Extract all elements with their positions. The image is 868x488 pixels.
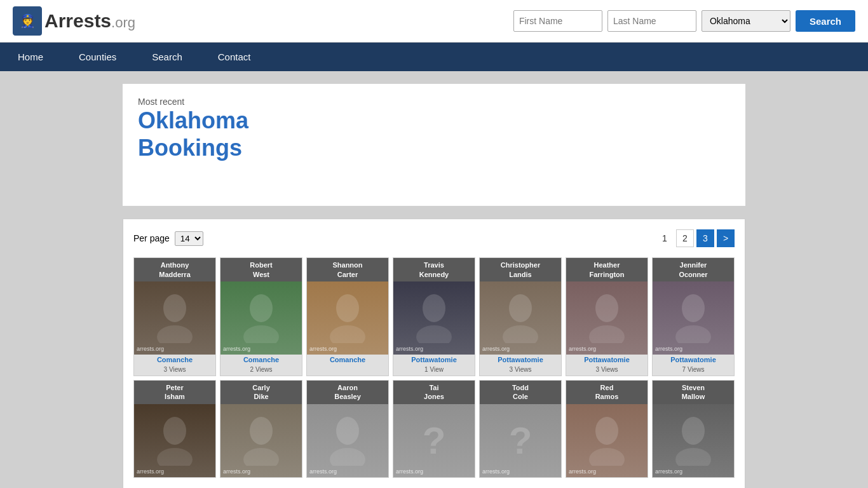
unknown-silhouette-icon: ? bbox=[509, 419, 532, 463]
mugshot-name-top: Red Ramos bbox=[566, 381, 648, 404]
mugshot-card[interactable]: Anthony Madderra arrests.orgComanche3 Vi… bbox=[133, 257, 216, 376]
mugshot-card[interactable]: Carly Dike arrests.org bbox=[220, 380, 302, 478]
mugshot-card[interactable]: Peter Isham arrests.org bbox=[133, 380, 216, 478]
mugshot-name-top: Tai Jones bbox=[393, 381, 475, 404]
nav-search[interactable]: Search bbox=[134, 43, 200, 71]
mugshot-card[interactable]: Travis Kennedy arrests.orgPottawatomie1 … bbox=[393, 257, 475, 376]
mugshot-card[interactable]: Robert West arrests.orgComanche2 Views bbox=[220, 257, 302, 376]
mugshots-grid: Anthony Madderra arrests.orgComanche3 Vi… bbox=[133, 257, 735, 477]
svg-point-14 bbox=[163, 417, 186, 445]
mugshot-county[interactable]: Pottawatomie bbox=[496, 355, 545, 365]
page-next-link[interactable]: > bbox=[717, 229, 735, 247]
watermark-text: arrests.org bbox=[396, 468, 423, 475]
mugshot-card[interactable]: Shannon Carter arrests.orgComanche bbox=[306, 257, 389, 376]
mugshot-county[interactable]: Comanche bbox=[242, 355, 280, 365]
svg-point-15 bbox=[157, 448, 193, 466]
watermark-text: arrests.org bbox=[396, 346, 423, 352]
mugshot-name-top: Peter Isham bbox=[134, 381, 215, 404]
nav-home[interactable]: Home bbox=[0, 43, 61, 71]
mugshot-name-top: Christopher Landis bbox=[480, 258, 561, 281]
unknown-silhouette-icon: ? bbox=[423, 419, 446, 463]
pagination: 1 2 3 > bbox=[656, 229, 735, 247]
svg-point-17 bbox=[243, 448, 279, 466]
mugshot-card[interactable]: Aaron Beasley arrests.org bbox=[306, 380, 389, 478]
per-page-select[interactable]: 14 28 bbox=[175, 231, 203, 246]
mugshot-card[interactable]: Jennifer Oconner arrests.orgPottawatomie… bbox=[652, 257, 735, 376]
mugshot-card[interactable]: Steven Mallow arrests.org bbox=[652, 380, 735, 478]
mugshot-card[interactable]: Todd Cole?arrests.org bbox=[479, 380, 562, 478]
mugshot-photo: arrests.org bbox=[134, 281, 215, 355]
per-page-control: Per page 14 28 bbox=[133, 231, 203, 246]
svg-point-13 bbox=[675, 325, 711, 343]
svg-point-0 bbox=[163, 294, 186, 322]
mugshot-photo: ?arrests.org bbox=[480, 404, 561, 477]
last-name-input[interactable] bbox=[607, 10, 696, 32]
title-line1: Oklahoma bbox=[138, 107, 248, 133]
mugshot-photo: arrests.org bbox=[653, 281, 734, 355]
page-3-link[interactable]: 3 bbox=[696, 229, 714, 247]
per-page-label: Per page bbox=[133, 233, 170, 243]
mugshot-photo: arrests.org bbox=[307, 281, 388, 355]
svg-point-5 bbox=[330, 325, 365, 343]
watermark-text: arrests.org bbox=[482, 346, 510, 352]
logo-text: Arrests.org bbox=[44, 10, 135, 32]
search-form: AlabamaAlaskaArizonaArkansasCaliforniaCo… bbox=[513, 10, 855, 32]
watermark-text: arrests.org bbox=[309, 346, 337, 352]
mugshot-name-top: Todd Cole bbox=[480, 381, 561, 404]
mugshot-card[interactable]: Red Ramos arrests.org bbox=[566, 380, 648, 478]
main-content: Most recent Oklahoma Bookings Per page 1… bbox=[116, 71, 752, 488]
page-2-link[interactable]: 2 bbox=[676, 229, 694, 247]
watermark-text: arrests.org bbox=[482, 468, 510, 475]
mugshot-county[interactable]: Comanche bbox=[329, 355, 367, 365]
mugshot-photo: arrests.org bbox=[393, 281, 475, 355]
svg-point-22 bbox=[682, 417, 705, 445]
svg-point-6 bbox=[423, 294, 445, 322]
svg-point-21 bbox=[589, 448, 625, 466]
mugshot-views: 1 View bbox=[423, 365, 445, 376]
person-silhouette-icon bbox=[415, 292, 453, 343]
mugshot-name-top: Anthony Madderra bbox=[134, 258, 215, 281]
nav-counties[interactable]: Counties bbox=[61, 43, 134, 71]
title-section: Most recent Oklahoma Bookings bbox=[123, 84, 745, 206]
mugshot-photo: arrests.org bbox=[566, 281, 648, 355]
controls: Per page 14 28 1 2 3 > bbox=[133, 229, 735, 247]
mugshot-photo: ?arrests.org bbox=[393, 404, 475, 477]
mugshot-photo: arrests.org bbox=[566, 404, 648, 477]
mugshot-card[interactable]: Christopher Landis arrests.orgPottawatom… bbox=[479, 257, 562, 376]
mugshot-county[interactable]: Pottawatomie bbox=[410, 355, 458, 365]
state-select[interactable]: AlabamaAlaskaArizonaArkansasCaliforniaCo… bbox=[702, 10, 790, 32]
mugshot-photo: arrests.org bbox=[220, 404, 302, 477]
logo[interactable]: 👮 Arrests.org bbox=[13, 6, 135, 36]
mugshot-name-top: Shannon Carter bbox=[307, 258, 388, 281]
mugshot-views: 3 Views bbox=[595, 365, 620, 376]
watermark-text: arrests.org bbox=[569, 346, 596, 352]
page-1-label[interactable]: 1 bbox=[656, 229, 674, 247]
mugshot-views: 3 Views bbox=[508, 365, 533, 376]
title-line2: Bookings bbox=[138, 135, 242, 161]
person-silhouette-icon bbox=[674, 292, 712, 343]
mugshot-county[interactable]: Comanche bbox=[156, 355, 194, 365]
navigation: Home Counties Search Contact bbox=[0, 43, 868, 71]
mugshot-photo: arrests.org bbox=[480, 281, 561, 355]
logo-arrests: Arrests bbox=[44, 10, 111, 31]
mugshot-card[interactable]: Tai Jones?arrests.org bbox=[393, 380, 475, 478]
page-title: Oklahoma Bookings bbox=[138, 107, 730, 161]
mugshot-county[interactable]: Pottawatomie bbox=[669, 355, 717, 365]
mugshot-card[interactable]: Heather Farrington arrests.orgPottawatom… bbox=[566, 257, 648, 376]
mugshot-name-top: Jennifer Oconner bbox=[653, 258, 734, 281]
watermark-text: arrests.org bbox=[223, 468, 250, 475]
svg-point-2 bbox=[250, 294, 273, 322]
svg-point-8 bbox=[509, 294, 532, 322]
watermark-text: arrests.org bbox=[223, 346, 250, 352]
person-silhouette-icon bbox=[329, 415, 367, 466]
svg-point-1 bbox=[157, 325, 193, 343]
mugshot-county[interactable]: Pottawatomie bbox=[583, 355, 631, 365]
svg-point-7 bbox=[416, 325, 452, 343]
mugshot-views: 3 Views bbox=[163, 365, 187, 376]
watermark-text: arrests.org bbox=[309, 468, 337, 475]
header: 👮 Arrests.org AlabamaAlaskaArizonaArkans… bbox=[0, 0, 868, 43]
nav-contact[interactable]: Contact bbox=[200, 43, 269, 71]
svg-point-9 bbox=[503, 325, 538, 343]
search-button[interactable]: Search bbox=[796, 10, 855, 32]
first-name-input[interactable] bbox=[513, 10, 602, 32]
